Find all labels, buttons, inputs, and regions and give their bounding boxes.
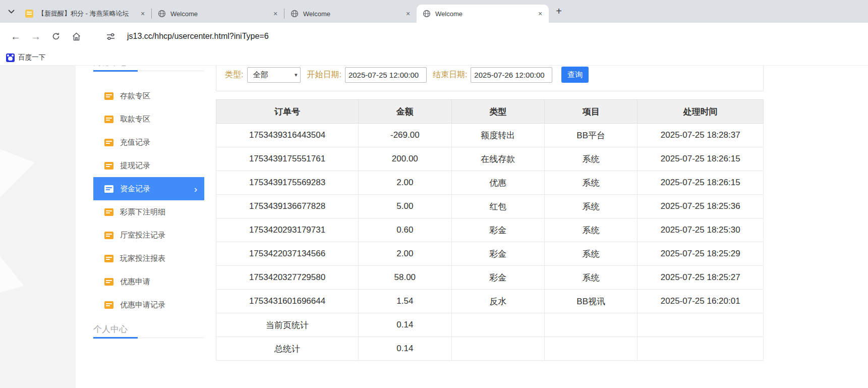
- table-cell: BB视讯: [544, 290, 637, 313]
- table-cell: 1753420327729580: [216, 266, 359, 290]
- column-header: 订单号: [216, 100, 359, 124]
- table-cell: 2025-07-25 18:28:37: [638, 124, 764, 147]
- menu-icon: [104, 116, 113, 123]
- column-header: 类型: [451, 100, 544, 124]
- navigation-toolbar: ← → js13.cc/hhcp/usercenter.html?iniType…: [0, 23, 868, 50]
- sidebar-item-1[interactable]: 存款专区 ›: [93, 84, 204, 107]
- table-row: 1753439316443504-269.00额度转出BB平台2025-07-2…: [216, 124, 764, 147]
- close-icon[interactable]: ×: [138, 9, 147, 18]
- home-icon[interactable]: [68, 28, 85, 45]
- tab-search-chevron-icon[interactable]: [4, 5, 18, 19]
- tab-forum[interactable]: 【新提醒】积分 - 海燕策略论坛 ×: [19, 5, 151, 23]
- table-cell: 1753439136677828: [216, 195, 359, 218]
- records-table: 订单号金额类型项目处理时间 1753439316443504-269.00额度转…: [216, 99, 764, 361]
- chevron-down-icon: ▾: [295, 72, 298, 78]
- type-select-value: 全部: [253, 70, 268, 80]
- tab-title: Welcome: [303, 10, 400, 18]
- sidebar-item-label: 资金记录: [120, 184, 150, 194]
- back-icon[interactable]: ←: [7, 28, 24, 45]
- type-select[interactable]: 全部 ▾: [247, 67, 301, 83]
- table-cell: 1753431601696644: [216, 290, 359, 313]
- watermark-triangle: [0, 241, 34, 315]
- table-cell: 200.00: [359, 147, 451, 171]
- close-icon[interactable]: ×: [403, 9, 413, 18]
- table-row: 17534316016966441.54反水BB视讯2025-07-25 16:…: [216, 290, 764, 313]
- table-cell: 1753420293179731: [216, 218, 359, 242]
- close-icon[interactable]: ×: [536, 9, 545, 18]
- table-cell: 1753439316443504: [216, 124, 359, 147]
- sidebar-item-10[interactable]: 优惠申请记录 ›: [93, 293, 204, 316]
- globe-icon: [158, 10, 166, 18]
- table-cell: 0.14: [359, 313, 451, 337]
- table-row: 1753439175551761200.00在线存款系统2025-07-25 1…: [216, 147, 764, 171]
- menu-icon: [104, 92, 113, 100]
- table-cell: [638, 313, 764, 337]
- query-button[interactable]: 查询: [561, 67, 589, 83]
- sidebar-item-2[interactable]: 取款专区 ›: [93, 107, 204, 131]
- table-cell: 优惠: [451, 171, 544, 195]
- sidebar-item-label: 厅室投注记录: [120, 231, 165, 240]
- tab-welcome-1[interactable]: Welcome ×: [152, 5, 284, 23]
- forward-icon[interactable]: →: [27, 28, 44, 45]
- reload-icon[interactable]: [47, 28, 65, 45]
- table-row: 当前页统计0.14: [216, 313, 764, 337]
- sidebar-item-6[interactable]: 彩票下注明细 ›: [93, 200, 204, 224]
- table-cell: 2025-07-25 18:25:29: [638, 242, 764, 266]
- table-cell: 0.60: [359, 218, 451, 242]
- chevron-right-icon: ›: [194, 184, 197, 194]
- menu-icon: [104, 301, 113, 309]
- table-cell: 1753422037134566: [216, 242, 359, 266]
- site-controls-icon[interactable]: [102, 28, 119, 45]
- bookmark-baidu[interactable]: 百度一下: [6, 53, 45, 62]
- sidebar-item-9[interactable]: 优惠申请 ›: [93, 270, 204, 293]
- end-date-input[interactable]: [471, 67, 552, 83]
- table-cell: 2025-07-25 18:25:36: [638, 195, 764, 218]
- tab-welcome-2[interactable]: Welcome ×: [284, 5, 417, 23]
- table-cell: 系统: [544, 266, 637, 290]
- tab-title: Welcome: [170, 10, 268, 18]
- sidebar-item-4[interactable]: 提现记录 ›: [93, 154, 204, 177]
- tab-title: 【新提醒】积分 - 海燕策略论坛: [38, 9, 135, 18]
- globe-icon: [291, 10, 299, 18]
- forum-favicon-icon: [25, 10, 33, 18]
- tab-strip: 【新提醒】积分 - 海燕策略论坛 × Welcome × Welcome ×: [0, 0, 868, 23]
- menu-icon: [104, 208, 113, 216]
- table-cell: 2.00: [359, 242, 451, 266]
- table-cell: 1.54: [359, 290, 451, 313]
- menu-icon: [104, 185, 113, 193]
- start-date-input[interactable]: [345, 67, 427, 83]
- column-header: 金额: [359, 100, 451, 124]
- table-cell: 系统: [544, 242, 637, 266]
- table-cell: -269.00: [359, 124, 451, 147]
- table-cell: 彩金: [451, 218, 544, 242]
- table-cell: 当前页统计: [216, 313, 359, 337]
- table-cell: 2025-07-25 16:20:01: [638, 290, 764, 313]
- table-cell: 2025-07-25 18:26:15: [638, 171, 764, 195]
- table-row: 175342032772958058.00彩金系统2025-07-25 18:2…: [216, 266, 764, 290]
- browser-window: 【新提醒】积分 - 海燕策略论坛 × Welcome × Welcome ×: [0, 0, 868, 388]
- menu-icon: [104, 278, 113, 286]
- sidebar-item-label: 充值记录: [120, 138, 150, 147]
- tab-welcome-active[interactable]: Welcome ×: [417, 5, 549, 23]
- table-cell: 在线存款: [451, 147, 544, 171]
- sidebar-item-7[interactable]: 厅室投注记录 ›: [93, 224, 204, 247]
- address-bar-url[interactable]: js13.cc/hhcp/usercenter.html?iniType=6: [127, 32, 269, 41]
- table-cell: [638, 337, 764, 361]
- table-cell: 2025-07-25 18:26:15: [638, 147, 764, 171]
- sidebar-item-5[interactable]: 资金记录 ›: [93, 177, 204, 200]
- table-body: 1753439316443504-269.00额度转出BB平台2025-07-2…: [216, 124, 764, 361]
- menu-icon: [104, 255, 113, 262]
- watermark-triangle: [0, 132, 41, 203]
- bookmarks-bar: 百度一下: [0, 50, 868, 66]
- table-cell: [451, 313, 544, 337]
- table-cell: 58.00: [359, 266, 451, 290]
- decorative-left-strip: [0, 66, 76, 388]
- close-icon[interactable]: ×: [271, 9, 280, 18]
- new-tab-icon[interactable]: +: [552, 5, 566, 19]
- table-cell: 额度转出: [451, 124, 544, 147]
- sidebar-item-8[interactable]: 玩家投注报表 ›: [93, 247, 204, 270]
- sidebar-item-3[interactable]: 充值记录 ›: [93, 131, 204, 154]
- table-cell: [451, 337, 544, 361]
- start-date-label: 开始日期:: [307, 70, 341, 80]
- sidebar: 财务中心 存款专区 › 取款专区 › 充值记录 › 提现记录 › 资金记录 › …: [93, 66, 204, 338]
